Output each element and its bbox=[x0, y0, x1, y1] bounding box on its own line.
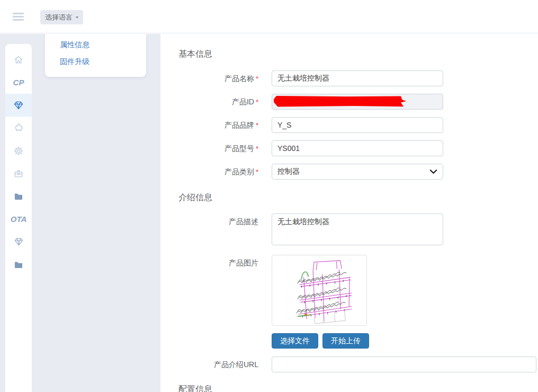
language-select-label: 选择语言 bbox=[45, 13, 73, 22]
required-mark: * bbox=[256, 98, 258, 106]
form-row-intro-url: 产品介绍URL bbox=[178, 357, 538, 372]
submenu-item-attributes[interactable]: 属性信息 bbox=[45, 38, 146, 55]
folder-icon bbox=[13, 191, 24, 202]
category-label: 产品类别* bbox=[178, 164, 258, 176]
puzzle-icon bbox=[14, 123, 24, 133]
main-content: 基本信息 产品名称* 产品ID* 产品品牌* 产品型号* 产品类别* bbox=[160, 34, 538, 392]
home-icon bbox=[13, 55, 24, 65]
product-image bbox=[272, 255, 367, 326]
image-label: 产品图片 bbox=[178, 255, 258, 267]
chevron-down-icon: ▾ bbox=[76, 15, 78, 20]
sidebar-item-settings[interactable] bbox=[5, 139, 32, 162]
sidebar-item-files[interactable] bbox=[5, 185, 32, 208]
category-select-value: 控制器 bbox=[277, 167, 300, 176]
folder-icon bbox=[13, 260, 24, 270]
start-upload-button[interactable]: 开始上传 bbox=[322, 333, 369, 349]
model-input[interactable] bbox=[272, 140, 443, 156]
chevron-down-icon bbox=[429, 169, 437, 174]
form-row-product-name: 产品名称* bbox=[178, 70, 538, 86]
gear-icon bbox=[13, 146, 24, 156]
form-row-image: 产品图片 bbox=[178, 255, 538, 349]
form-row-category: 产品类别* 控制器 bbox=[178, 164, 538, 180]
product-id-label: 产品ID* bbox=[178, 94, 258, 106]
product-image-drawing bbox=[272, 255, 366, 325]
sidebar-group-cp: CP bbox=[5, 71, 32, 94]
description-label: 产品描述 bbox=[178, 213, 258, 226]
required-mark: * bbox=[256, 75, 258, 83]
brand-label: 产品品牌* bbox=[178, 117, 258, 130]
intro-url-label: 产品介绍URL bbox=[178, 357, 258, 369]
language-select-button[interactable]: 选择语言 ▾ bbox=[40, 10, 83, 24]
app-area: CP bbox=[0, 34, 538, 392]
choose-file-button[interactable]: 选择文件 bbox=[272, 333, 318, 349]
topbar: 选择语言 ▾ bbox=[0, 0, 538, 33]
form-row-description: 产品描述 bbox=[178, 213, 538, 247]
icon-sidebar: CP bbox=[5, 44, 32, 392]
gem-outline-icon bbox=[14, 237, 24, 247]
redaction-marker bbox=[274, 96, 406, 107]
form-row-product-id: 产品ID* bbox=[178, 94, 538, 110]
sidebar-item-ota-products[interactable] bbox=[5, 230, 32, 253]
required-mark: * bbox=[256, 121, 258, 129]
sidebar-group-ota-label: OTA bbox=[11, 215, 27, 224]
category-select[interactable]: 控制器 bbox=[272, 164, 443, 180]
briefcase-icon bbox=[13, 168, 24, 179]
product-name-label: 产品名称* bbox=[178, 70, 258, 83]
intro-url-input[interactable] bbox=[272, 357, 536, 372]
required-mark: * bbox=[256, 145, 258, 153]
sidebar-item-plugins[interactable] bbox=[5, 117, 32, 139]
submenu-item-firmware[interactable]: 固件升级 bbox=[45, 55, 146, 72]
description-textarea[interactable] bbox=[272, 213, 443, 245]
sidebar-item-home[interactable] bbox=[5, 48, 32, 71]
sidebar-item-toolbox[interactable] bbox=[5, 162, 32, 185]
menu-icon[interactable] bbox=[13, 13, 24, 21]
sidebar-item-ota-files[interactable] bbox=[5, 253, 32, 276]
sidebar-group-ota: OTA bbox=[5, 208, 32, 230]
section-title-intro: 介绍信息 bbox=[178, 192, 538, 203]
form-row-model: 产品型号* bbox=[178, 140, 538, 156]
section-title-config: 配置信息 bbox=[178, 384, 538, 392]
sidebar-group-cp-label: CP bbox=[13, 78, 24, 87]
form-row-brand: 产品品牌* bbox=[178, 117, 538, 133]
gem-icon bbox=[13, 100, 24, 111]
section-title-basic: 基本信息 bbox=[178, 49, 538, 59]
product-name-input[interactable] bbox=[272, 70, 443, 86]
brand-input[interactable] bbox=[272, 117, 443, 133]
sidebar-item-products[interactable] bbox=[5, 94, 32, 117]
upload-actions: 选择文件 开始上传 bbox=[272, 333, 369, 349]
required-mark: * bbox=[256, 168, 258, 176]
submenu-card: 属性信息 固件升级 bbox=[45, 34, 146, 77]
model-label: 产品型号* bbox=[178, 140, 258, 153]
